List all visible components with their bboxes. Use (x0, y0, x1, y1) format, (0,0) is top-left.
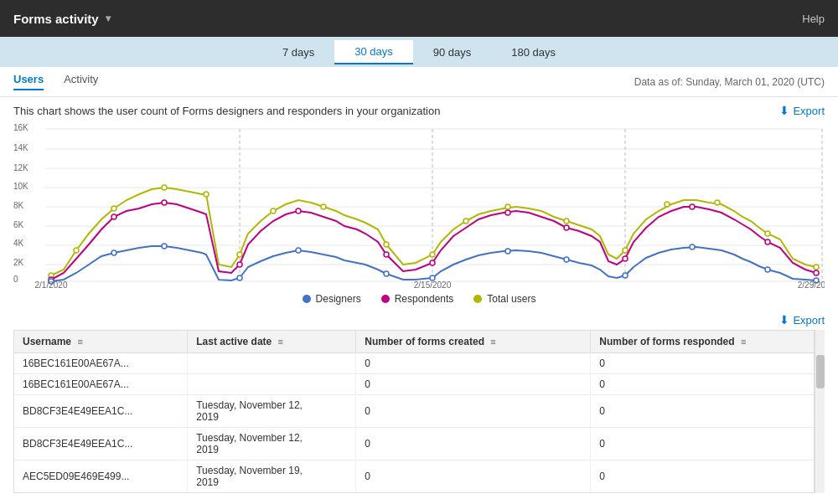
svg-point-36 (665, 202, 670, 207)
svg-text:0: 0 (13, 275, 18, 284)
table-export-button[interactable]: ⬇ Export (779, 313, 825, 327)
svg-point-45 (384, 252, 389, 257)
svg-text:12K: 12K (13, 163, 28, 172)
chevron-down-icon[interactable]: ▾ (106, 13, 111, 24)
username-filter-icon[interactable]: ≡ (77, 337, 82, 347)
cell-last-active: Tuesday, November 19,2019 (188, 460, 356, 493)
svg-point-42 (162, 200, 167, 205)
svg-point-44 (296, 208, 301, 213)
svg-point-60 (505, 249, 510, 254)
help-link[interactable]: Help (802, 13, 825, 25)
respondents-legend-label: Respondents (395, 293, 454, 305)
svg-point-41 (111, 214, 116, 219)
chart-section: This chart shows the user count of Forms… (0, 97, 838, 308)
svg-point-29 (321, 204, 326, 209)
line-chart: 16K 14K 12K 10K 8K 6K 4K 2K 0 (13, 121, 825, 288)
scroll-thumb[interactable] (816, 355, 825, 388)
forms-created-filter-icon[interactable]: ≡ (490, 337, 495, 347)
cell-last-active: Tuesday, November 12,2019 (188, 395, 356, 428)
respondents-line (51, 203, 816, 280)
svg-text:2/29/2020: 2/29/2020 (798, 280, 825, 288)
time-btn-180days[interactable]: 180 days (491, 41, 576, 64)
scrollbar[interactable] (815, 330, 825, 493)
time-btn-7days[interactable]: 7 days (262, 41, 334, 64)
chart-export-button[interactable]: ⬇ Export (779, 104, 825, 117)
svg-point-64 (765, 267, 770, 272)
svg-point-28 (271, 208, 276, 213)
header-title-group: Forms activity ▾ (13, 12, 111, 26)
chart-legend: Designers Respondents Total users (13, 293, 825, 305)
grid-lines (45, 129, 822, 281)
table-export-row: ⬇ Export (13, 313, 825, 327)
legend-total-users: Total users (473, 293, 535, 305)
svg-point-48 (564, 225, 569, 230)
chart-description-row: This chart shows the user count of Forms… (13, 104, 825, 117)
svg-point-24 (111, 206, 116, 211)
forms-responded-filter-icon[interactable]: ≡ (741, 337, 746, 347)
table-container: Username ≡ Last active date ≡ Number of … (13, 330, 815, 493)
cell-forms-created: 0 (356, 374, 591, 395)
svg-point-58 (384, 271, 389, 276)
respondents-legend-dot (381, 295, 390, 303)
svg-point-54 (111, 250, 116, 255)
table-row: AEC5ED09E469E499... Tuesday, November 19… (14, 460, 814, 493)
svg-point-35 (623, 248, 628, 253)
svg-text:16K: 16K (13, 123, 28, 132)
tabs-row: Users Activity Data as of: Sunday, March… (0, 67, 838, 97)
svg-text:2/1/2020: 2/1/2020 (35, 280, 68, 288)
svg-text:2K: 2K (13, 258, 24, 267)
chart-svg: 16K 14K 12K 10K 8K 6K 4K 2K 0 (13, 121, 825, 288)
total-users-legend-label: Total users (487, 293, 535, 305)
svg-point-32 (463, 219, 468, 224)
svg-point-50 (690, 204, 695, 209)
svg-text:2/15/2020: 2/15/2020 (414, 280, 452, 288)
download-icon: ⬇ (779, 104, 789, 117)
data-table: Username ≡ Last active date ≡ Number of … (14, 331, 814, 492)
data-table-wrapper: Username ≡ Last active date ≡ Number of … (13, 330, 815, 493)
cell-last-active (188, 353, 356, 374)
time-btn-30days[interactable]: 30 days (334, 40, 413, 64)
svg-point-46 (430, 260, 435, 265)
total-users-legend-dot (473, 295, 482, 303)
tab-users[interactable]: Users (13, 73, 44, 90)
time-btn-90days[interactable]: 90 days (413, 41, 492, 64)
cell-last-active: Tuesday, November 12,2019 (188, 428, 356, 460)
svg-point-57 (296, 248, 301, 253)
cell-forms-created: 0 (356, 395, 591, 428)
svg-point-37 (715, 200, 720, 205)
table-export-label: Export (793, 314, 825, 327)
cell-forms-created: 0 (356, 428, 591, 460)
svg-point-55 (162, 244, 167, 249)
cell-username: 16BEC161E00AE67A... (14, 374, 188, 395)
svg-point-27 (237, 252, 242, 257)
respondents-dots (49, 200, 819, 282)
header: Forms activity ▾ Help (0, 0, 838, 37)
chart-export-label: Export (793, 105, 825, 117)
table-row: BD8CF3E4E49EEA1C... Tuesday, November 12… (14, 395, 814, 428)
col-username: Username ≡ (14, 331, 188, 353)
cell-username: 16BEC161E00AE67A... (14, 353, 188, 374)
svg-point-63 (690, 244, 695, 249)
col-forms-responded: Number of forms responded ≡ (591, 331, 814, 353)
last-active-filter-icon[interactable]: ≡ (278, 337, 283, 347)
tab-activity[interactable]: Activity (64, 73, 98, 90)
separator-lines (240, 129, 822, 281)
svg-point-30 (384, 242, 389, 247)
svg-point-26 (204, 192, 209, 197)
cell-forms-responded: 0 (591, 374, 814, 395)
designers-legend-dot (303, 295, 311, 303)
svg-point-38 (765, 231, 770, 236)
cell-forms-responded: 0 (591, 460, 814, 493)
cell-last-active (188, 374, 356, 395)
svg-text:10K: 10K (13, 182, 28, 191)
table-header-row: Username ≡ Last active date ≡ Number of … (14, 331, 814, 353)
table-download-icon: ⬇ (779, 313, 789, 327)
svg-text:4K: 4K (13, 239, 24, 248)
table-body: 16BEC161E00AE67A... 0 0 16BEC161E00AE67A… (14, 353, 814, 493)
table-row: 16BEC161E00AE67A... 0 0 (14, 353, 814, 374)
chart-description: This chart shows the user count of Forms… (13, 105, 440, 117)
cell-forms-responded: 0 (591, 353, 814, 374)
table-scroll-wrapper: Username ≡ Last active date ≡ Number of … (13, 330, 825, 493)
cell-forms-responded: 0 (591, 395, 814, 428)
svg-text:6K: 6K (13, 220, 24, 229)
